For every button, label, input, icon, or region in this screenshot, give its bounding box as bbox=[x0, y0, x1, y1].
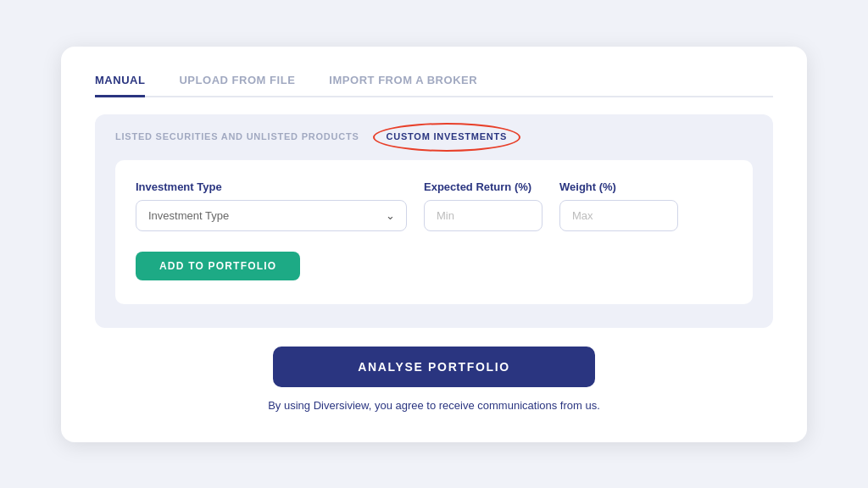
weight-label: Weight (%) bbox=[559, 180, 678, 193]
form-row: Investment Type Investment Type ⌄ Expect… bbox=[136, 180, 732, 231]
tab-manual[interactable]: MANUAL bbox=[95, 74, 145, 97]
subtab-listed-securities[interactable]: LISTED SECURITIES AND UNLISTED PRODUCTS bbox=[115, 131, 359, 145]
custom-investments-highlight: CUSTOM INVESTMENTS bbox=[387, 131, 508, 141]
disclaimer-text: By using Diversiview, you agree to recei… bbox=[95, 399, 773, 412]
form-panel: Investment Type Investment Type ⌄ Expect… bbox=[115, 160, 753, 304]
top-tabs: MANUAL UPLOAD FROM FILE IMPORT FROM A BR… bbox=[95, 74, 773, 97]
inner-panel: LISTED SECURITIES AND UNLISTED PRODUCTS … bbox=[95, 114, 773, 328]
expected-return-label: Expected Return (%) bbox=[424, 180, 542, 193]
weight-input[interactable] bbox=[559, 200, 678, 231]
main-card: MANUAL UPLOAD FROM FILE IMPORT FROM A BR… bbox=[61, 47, 807, 442]
subtab-custom-investments[interactable]: CUSTOM INVESTMENTS bbox=[387, 131, 508, 145]
investment-type-select[interactable]: Investment Type bbox=[136, 200, 407, 231]
tab-import-from-broker[interactable]: IMPORT FROM A BROKER bbox=[329, 74, 477, 97]
expected-return-input[interactable] bbox=[424, 200, 542, 231]
sub-tabs: LISTED SECURITIES AND UNLISTED PRODUCTS … bbox=[115, 131, 753, 145]
investment-type-label: Investment Type bbox=[136, 180, 407, 193]
tab-upload-from-file[interactable]: UPLOAD FROM FILE bbox=[179, 74, 295, 97]
analyse-portfolio-button[interactable]: ANALYSE PORTFOLIO bbox=[273, 347, 595, 387]
add-to-portfolio-button[interactable]: ADD TO PORTFOLIO bbox=[136, 252, 300, 280]
weight-group: Weight (%) bbox=[559, 180, 678, 231]
investment-type-select-wrapper: Investment Type ⌄ bbox=[136, 200, 407, 231]
expected-return-group: Expected Return (%) bbox=[424, 180, 542, 231]
investment-type-group: Investment Type Investment Type ⌄ bbox=[136, 180, 407, 231]
